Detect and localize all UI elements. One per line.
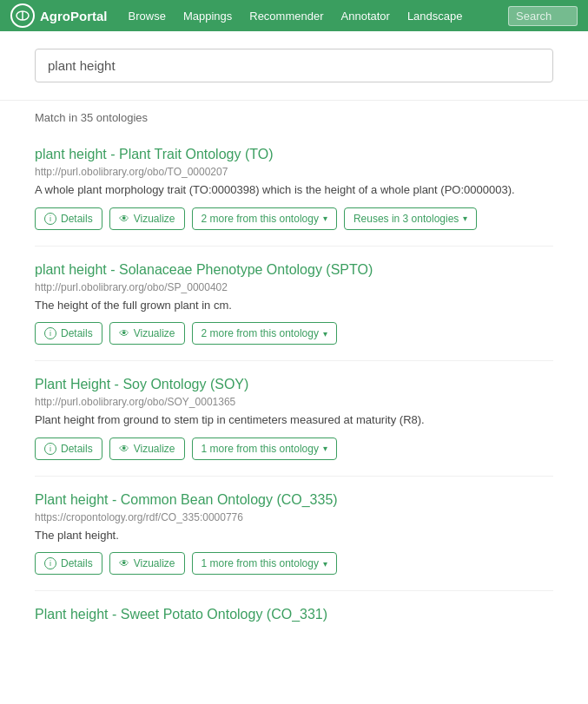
result-title[interactable]: Plant height - Sweet Potato Ontology (CO… [35, 607, 553, 622]
result-desc: The height of the full grown plant in cm… [35, 297, 553, 314]
visualize-label: Vizualize [134, 213, 175, 225]
result-actions: i Details 👁 Vizualize 1 more from this o… [35, 438, 553, 460]
more-ontology-button[interactable]: 1 more from this ontology ▾ [192, 438, 337, 460]
details-button[interactable]: i Details [35, 322, 102, 345]
navbar-search-container [508, 6, 578, 26]
results-count: Match in 35 ontologies [35, 111, 553, 124]
result-title[interactable]: Plant height - Common Bean Ontology (CO_… [35, 492, 553, 508]
details-button[interactable]: i Details [35, 552, 102, 575]
visualize-label: Vizualize [134, 557, 175, 569]
eye-icon: 👁 [119, 213, 129, 225]
result-actions: i Details 👁 Vizualize 1 more from this o… [35, 552, 553, 575]
brand-name: AgroPortal [40, 9, 108, 23]
more-ontology-label: 2 more from this ontology [202, 327, 319, 339]
info-icon: i [44, 557, 56, 569]
chevron-down-icon: ▾ [323, 444, 327, 453]
nav-links: Browse Mappings Recommender Annotator La… [122, 6, 508, 26]
result-desc: The plant height. [35, 527, 553, 544]
visualize-button[interactable]: 👁 Vizualize [109, 552, 185, 575]
reuses-button[interactable]: Reuses in 3 ontologies ▾ [344, 207, 477, 230]
result-url: http://purl.obolibrary.org/obo/SOY_00013… [35, 396, 553, 408]
more-ontology-label: 1 more from this ontology [202, 557, 319, 569]
nav-annotator[interactable]: Annotator [334, 6, 397, 26]
visualize-button[interactable]: 👁 Vizualize [109, 322, 185, 345]
result-url: https://cropontology.org/rdf/CO_335:0000… [35, 511, 553, 523]
more-ontology-label: 1 more from this ontology [202, 443, 319, 455]
more-ontology-label: 2 more from this ontology [202, 213, 319, 225]
result-item: Plant height - Sweet Potato Ontology (CO… [35, 591, 553, 641]
results-container: Match in 35 ontologies plant height - Pl… [0, 111, 588, 641]
eye-icon: 👁 [119, 443, 129, 455]
search-container [0, 31, 588, 101]
result-url: http://purl.obolibrary.org/obo/SP_000040… [35, 281, 553, 293]
visualize-button[interactable]: 👁 Vizualize [109, 438, 185, 460]
details-button[interactable]: i Details [35, 438, 102, 460]
logo-circle [10, 3, 35, 28]
chevron-down-icon: ▾ [323, 329, 327, 339]
result-actions: i Details 👁 Vizualize 2 more from this o… [35, 207, 553, 230]
details-label: Details [61, 443, 93, 455]
more-ontology-button[interactable]: 1 more from this ontology ▾ [192, 552, 337, 575]
visualize-button[interactable]: 👁 Vizualize [109, 207, 185, 230]
result-title[interactable]: plant height - Solanaceae Phenotype Onto… [35, 262, 553, 278]
result-item: Plant Height - Soy Ontology (SOY) http:/… [35, 361, 553, 477]
nav-landscape[interactable]: Landscape [400, 6, 470, 26]
details-label: Details [61, 213, 93, 225]
info-icon: i [44, 327, 56, 339]
result-desc: A whole plant morphology trait (TO:00003… [35, 181, 553, 199]
details-button[interactable]: i Details [35, 207, 102, 230]
nav-browse[interactable]: Browse [122, 6, 173, 26]
result-actions: i Details 👁 Vizualize 2 more from this o… [35, 322, 553, 345]
details-label: Details [61, 557, 93, 569]
result-item: plant height - Plant Trait Ontology (TO)… [35, 131, 553, 247]
navbar: AgroPortal Browse Mappings Recommender A… [0, 0, 588, 31]
visualize-label: Vizualize [134, 327, 175, 339]
info-icon: i [44, 443, 56, 455]
result-item: Plant height - Common Bean Ontology (CO_… [35, 477, 553, 592]
navbar-search-input[interactable] [508, 6, 578, 26]
details-label: Details [61, 327, 93, 339]
result-url: http://purl.obolibrary.org/obo/TO_000020… [35, 166, 553, 178]
visualize-label: Vizualize [134, 443, 175, 455]
info-icon: i [44, 213, 56, 225]
chevron-down-icon: ▾ [323, 214, 327, 223]
more-ontology-button[interactable]: 2 more from this ontology ▾ [192, 207, 337, 230]
logo[interactable]: AgroPortal [10, 3, 108, 28]
nav-mappings[interactable]: Mappings [176, 6, 239, 26]
result-title[interactable]: Plant Height - Soy Ontology (SOY) [35, 377, 553, 392]
chevron-down-icon: ▾ [323, 559, 327, 569]
result-desc: Plant height from ground to stem tip in … [35, 411, 553, 429]
chevron-down-icon: ▾ [463, 214, 467, 223]
result-title[interactable]: plant height - Plant Trait Ontology (TO) [35, 147, 553, 162]
eye-icon: 👁 [119, 557, 129, 569]
result-item: plant height - Solanaceae Phenotype Onto… [35, 247, 553, 362]
logo-icon [16, 9, 30, 23]
nav-recommender[interactable]: Recommender [242, 6, 330, 26]
more-ontology-button[interactable]: 2 more from this ontology ▾ [192, 322, 337, 345]
main-search-input[interactable] [35, 49, 553, 82]
reuses-label: Reuses in 3 ontologies [353, 213, 459, 225]
eye-icon: 👁 [119, 327, 129, 339]
